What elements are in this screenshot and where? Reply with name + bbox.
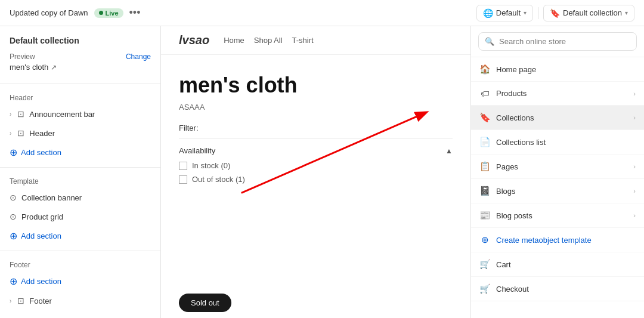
product-grid-label: Product grid xyxy=(21,212,63,221)
header-group-title: Header xyxy=(0,89,160,104)
store-name: Updated copy of Dawn xyxy=(10,8,88,17)
product-grid-icon: ⊙ xyxy=(10,212,17,221)
nav-item-collections-list[interactable]: 📄 Collections list xyxy=(471,130,644,155)
sidebar-item-announcement-bar[interactable]: › ⊡ Announcement bar xyxy=(0,104,160,124)
nav-item-pages[interactable]: 📋 Pages › xyxy=(471,155,644,179)
store-nav: lvsao Home Shop All T-shirt xyxy=(161,26,470,55)
nav-link-tshirt[interactable]: T-shirt xyxy=(292,36,314,45)
nav-item-cart[interactable]: 🛒 Cart xyxy=(471,252,644,277)
out-of-stock-checkbox[interactable] xyxy=(179,175,187,184)
filter-section: Availability ▲ In stock (0) Out of stock… xyxy=(179,138,453,184)
announcement-bar-icon: ⊡ xyxy=(17,109,24,119)
nav-item-pages-left: 📋 Pages xyxy=(479,161,518,172)
pages-chevron-icon: › xyxy=(633,163,636,170)
nav-item-checkout[interactable]: 🛒 Checkout xyxy=(471,277,644,301)
filter-out-of-stock: Out of stock (1) xyxy=(179,175,453,184)
plus-icon-2: ⊕ xyxy=(10,230,17,242)
header-label: Header xyxy=(29,129,55,138)
products-icon: 🏷 xyxy=(479,88,490,98)
blogs-icon: 📓 xyxy=(479,186,490,196)
caret-icon: › xyxy=(10,111,11,118)
add-section-header-button[interactable]: ⊕ Add section xyxy=(0,143,160,162)
search-input[interactable] xyxy=(499,37,630,46)
sold-out-button[interactable]: Sold out xyxy=(179,294,231,312)
live-dot xyxy=(99,11,103,15)
blog-posts-icon: 📰 xyxy=(479,210,490,221)
sidebar: Default collection Preview men's cloth ↗… xyxy=(0,26,161,318)
collection-selector[interactable]: 🔖 Default collection ▾ xyxy=(543,5,634,21)
divider xyxy=(538,7,538,19)
nav-item-checkout-left: 🛒 Checkout xyxy=(479,283,529,294)
nav-item-collections[interactable]: 🔖 Collections › xyxy=(471,106,644,130)
announcement-bar-label: Announcement bar xyxy=(29,110,95,119)
caret-icon-footer: › xyxy=(10,298,11,304)
nav-item-home-page-left: 🏠 Home page xyxy=(479,64,536,75)
home-page-label: Home page xyxy=(496,65,536,74)
in-stock-checkbox[interactable] xyxy=(179,162,187,170)
template-group-title: Template xyxy=(0,172,160,188)
store-logo: lvsao xyxy=(179,33,209,47)
nav-item-home-page[interactable]: 🏠 Home page xyxy=(471,57,644,82)
collections-list-label: Collections list xyxy=(496,138,546,147)
sidebar-item-collection-banner[interactable]: ⊙ Collection banner xyxy=(0,188,160,207)
sidebar-item-footer[interactable]: › ⊡ Footer xyxy=(0,291,160,310)
nav-item-blogs[interactable]: 📓 Blogs › xyxy=(471,179,644,203)
preview-change-button[interactable]: Change xyxy=(126,53,151,61)
sidebar-divider-1 xyxy=(0,84,160,84)
preview-section: Preview men's cloth ↗ Change xyxy=(0,53,160,79)
add-section-footer-button[interactable]: ⊕ Add section xyxy=(0,271,160,291)
in-stock-label: In stock (0) xyxy=(192,161,230,170)
top-bar: Updated copy of Dawn Live ••• 🌐 Default … xyxy=(0,0,644,26)
availability-label: Availability xyxy=(179,146,215,155)
preview-info: Preview men's cloth ↗ xyxy=(10,53,57,72)
nav-item-products-left: 🏷 Products xyxy=(479,88,527,98)
preview-label: Preview xyxy=(10,53,57,61)
create-metaobject-label: Create metaobject template xyxy=(496,236,592,245)
collections-label: Collections xyxy=(496,113,534,122)
nav-item-blog-posts[interactable]: 📰 Blog posts › xyxy=(471,203,644,228)
nav-item-cart-left: 🛒 Cart xyxy=(479,259,511,270)
theme-selector[interactable]: 🌐 Default ▾ xyxy=(476,5,533,21)
filter-in-stock: In stock (0) xyxy=(179,161,453,170)
nav-item-collections-left: 🔖 Collections xyxy=(479,112,534,123)
collection-sub: ASAAA xyxy=(179,103,453,112)
nav-item-blog-posts-left: 📰 Blog posts xyxy=(479,210,532,221)
out-of-stock-label: Out of stock (1) xyxy=(192,175,245,184)
sidebar-item-header[interactable]: › ⊡ Header xyxy=(0,124,160,143)
nav-link-shop-all[interactable]: Shop All xyxy=(254,36,283,45)
sidebar-item-product-grid[interactable]: ⊙ Product grid xyxy=(0,207,160,226)
main-layout: Default collection Preview men's cloth ↗… xyxy=(0,26,644,318)
collections-list-icon: 📄 xyxy=(479,137,490,147)
nav-item-products[interactable]: 🏷 Products › xyxy=(471,82,644,106)
home-icon: 🏠 xyxy=(479,64,490,75)
blog-posts-label: Blog posts xyxy=(496,211,532,220)
nav-item-create-metaobject[interactable]: ⊕ Create metaobject template xyxy=(471,228,644,252)
cart-label: Cart xyxy=(496,260,511,269)
nav-items: 🏠 Home page 🏷 Products › 🔖 Collections › xyxy=(471,57,644,318)
collection-icon: 🔖 xyxy=(550,8,560,18)
collection-banner-label: Collection banner xyxy=(21,193,82,202)
top-bar-left: Updated copy of Dawn Live ••• xyxy=(10,7,140,19)
nav-item-create-metaobject-left: ⊕ Create metaobject template xyxy=(479,234,592,245)
more-options-button[interactable]: ••• xyxy=(129,7,141,19)
add-section-template-button[interactable]: ⊕ Add section xyxy=(0,226,160,246)
caret-icon: › xyxy=(10,130,11,137)
add-section-template-label: Add section xyxy=(21,231,61,240)
collections-icon: 🔖 xyxy=(479,112,490,123)
sidebar-title: Default collection xyxy=(0,36,160,53)
footer-icon: ⊡ xyxy=(17,296,24,305)
products-label: Products xyxy=(496,89,527,98)
collection-default-label: Default collection xyxy=(563,8,622,17)
globe-icon: 🌐 xyxy=(483,8,493,18)
right-panel: 🔍 🏠 Home page 🏷 Products › xyxy=(471,26,644,318)
preview-value: men's cloth ↗ xyxy=(10,63,57,72)
blog-posts-chevron-icon: › xyxy=(633,212,636,219)
sidebar-divider-3 xyxy=(0,251,160,251)
nav-link-home[interactable]: Home xyxy=(224,36,244,45)
search-icon: 🔍 xyxy=(485,37,494,46)
top-bar-right: 🌐 Default ▾ 🔖 Default collection ▾ xyxy=(476,5,634,21)
pages-icon: 📋 xyxy=(479,161,490,172)
footer-label: Footer xyxy=(29,297,52,305)
filter-collapse-icon[interactable]: ▲ xyxy=(445,147,453,155)
search-input-wrap: 🔍 xyxy=(478,32,637,51)
